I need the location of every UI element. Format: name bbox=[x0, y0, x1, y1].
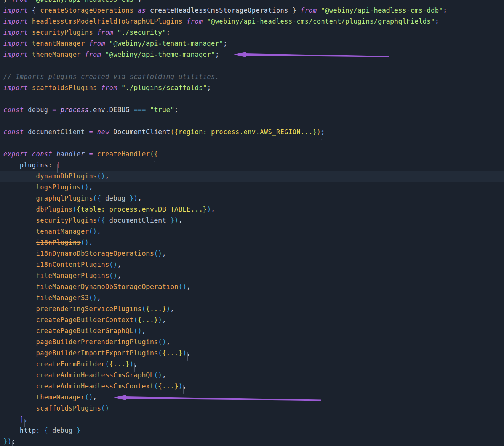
code-line-35[interactable]: createAdminHeadlessCmsContext({...}), bbox=[3, 381, 502, 392]
code-token bbox=[3, 228, 36, 235]
code-line-27[interactable]: fileManagerS3(), bbox=[3, 292, 502, 303]
code-line-34[interactable]: createAdminHeadlessCmsGraphQL(), bbox=[3, 370, 502, 381]
code-line-18[interactable]: graphqlPlugins({ debug }), bbox=[3, 193, 502, 204]
code-line-8[interactable]: import scaffoldsPlugins from "./plugins/… bbox=[3, 82, 502, 93]
code-token bbox=[114, 29, 118, 36]
code-line-12[interactable]: const documentClient = new DocumentClien… bbox=[3, 127, 502, 138]
code-line-22[interactable]: i18nPlugins(), bbox=[3, 237, 502, 248]
code-editor: } from "@webiny/api-headless-cms";import… bbox=[0, 0, 504, 446]
code-line-31[interactable]: pageBuilderPrerenderingPlugins(), bbox=[3, 337, 502, 348]
code-line-14[interactable]: export const handler = createHandler({ bbox=[3, 149, 502, 160]
code-token: , bbox=[162, 371, 166, 379]
code-token bbox=[3, 360, 36, 368]
code-token bbox=[146, 6, 150, 14]
code-token bbox=[48, 427, 53, 434]
code-token bbox=[28, 150, 32, 158]
code-token: () bbox=[97, 172, 105, 180]
code-line-20[interactable]: securityPlugins({ documentClient }), bbox=[3, 215, 502, 226]
code-token bbox=[3, 183, 36, 191]
code-token: pageBuilderPrerenderingPlugins bbox=[36, 338, 158, 346]
code-line-6[interactable] bbox=[3, 60, 502, 71]
code-token: fileManagerDynamoDbStorageOperation bbox=[36, 283, 178, 290]
code-token: = bbox=[89, 128, 93, 136]
code-line-23[interactable]: i18nDynamoDbStorageOperations(), bbox=[3, 248, 502, 259]
code-token: process bbox=[61, 106, 89, 114]
code-line-current[interactable]: dynamoDbPlugins(), bbox=[3, 171, 502, 182]
code-token bbox=[105, 217, 109, 224]
code-token: tenantManager bbox=[32, 40, 85, 47]
code-line-30[interactable]: createPageBuilderGraphQL(), bbox=[3, 326, 502, 337]
code-line-21[interactable]: tenantManager(), bbox=[3, 226, 502, 237]
code-token: createHandler bbox=[97, 150, 150, 158]
code-line-7[interactable]: // Imports plugins created via scaffoldi… bbox=[3, 71, 502, 82]
code-token bbox=[3, 305, 36, 313]
fold-marker-icon[interactable] bbox=[57, 164, 58, 173]
fold-marker-icon[interactable] bbox=[24, 419, 25, 427]
code-token: "true" bbox=[150, 106, 174, 114]
code-token: securityPlugins bbox=[32, 29, 93, 36]
code-token: i18nDynamoDbStorageOperations bbox=[36, 250, 154, 257]
fold-marker-icon[interactable] bbox=[211, 209, 212, 217]
code-token: ( bbox=[170, 128, 174, 136]
code-line-17[interactable]: logsPlugins(), bbox=[3, 182, 502, 193]
code-line-37[interactable]: scaffoldsPlugins() bbox=[3, 403, 502, 414]
fold-marker-icon[interactable] bbox=[183, 385, 184, 394]
code-token: createStorageOperations bbox=[40, 6, 134, 14]
code-token bbox=[203, 18, 207, 25]
code-line-25[interactable]: fileManagerPlugins(), bbox=[3, 270, 502, 281]
code-token bbox=[3, 327, 36, 335]
code-line-26[interactable]: fileManagerDynamoDbStorageOperation(), bbox=[3, 281, 502, 292]
code-token: "@webiny/api-headless-cms" bbox=[32, 0, 138, 3]
code-token: i18nContentPlugins bbox=[36, 261, 109, 268]
code-token bbox=[28, 18, 32, 25]
code-token bbox=[134, 6, 138, 14]
code-token bbox=[97, 84, 101, 91]
code-token: () bbox=[178, 283, 186, 290]
code-token bbox=[93, 150, 97, 158]
code-line-1[interactable]: import { createStorageOperations as crea… bbox=[3, 5, 502, 16]
code-token: ({ bbox=[97, 217, 105, 224]
code-token bbox=[3, 172, 36, 180]
code-line-15[interactable]: plugins: [ bbox=[3, 160, 502, 171]
code-token: , bbox=[117, 261, 122, 268]
code-token: from bbox=[85, 51, 101, 58]
code-line-3[interactable]: import securityPlugins from "./security"… bbox=[3, 27, 502, 38]
code-line-13[interactable] bbox=[3, 138, 502, 149]
code-line-33[interactable]: createFormBuilder({...}), bbox=[3, 359, 502, 370]
code-line-32[interactable]: pageBuilderImportExportPlugins({...}), bbox=[3, 348, 502, 359]
code-token: } bbox=[3, 0, 11, 3]
fold-marker-icon[interactable] bbox=[134, 363, 135, 372]
code-area[interactable]: } from "@webiny/api-headless-cms";import… bbox=[3, 0, 502, 446]
code-token bbox=[166, 217, 170, 224]
code-token: , bbox=[117, 272, 122, 279]
fold-marker-icon[interactable] bbox=[171, 308, 171, 316]
code-line-9[interactable] bbox=[3, 93, 502, 104]
code-token: {...} bbox=[138, 316, 158, 324]
code-line-40[interactable]: }); bbox=[3, 436, 502, 446]
code-token: , bbox=[97, 228, 101, 235]
code-token: documentClient bbox=[109, 217, 166, 224]
fold-marker-icon[interactable] bbox=[187, 352, 188, 361]
code-token: ({ bbox=[93, 194, 101, 202]
code-line-11[interactable] bbox=[3, 116, 502, 127]
code-line-28[interactable]: prerenderingServicePlugins({...}), bbox=[3, 303, 502, 314]
code-token bbox=[3, 294, 36, 302]
code-line-38[interactable]: ], bbox=[3, 414, 502, 425]
code-line-24[interactable]: i18nContentPlugins(), bbox=[3, 259, 502, 270]
code-token bbox=[24, 128, 28, 136]
code-line-2[interactable]: import headlessCmsModelFieldToGraphQLPlu… bbox=[3, 16, 502, 27]
code-token: }) bbox=[130, 194, 138, 202]
code-line-29[interactable]: createPageBuilderContext({...}), bbox=[3, 314, 502, 326]
code-line-0[interactable]: } from "@webiny/api-headless-cms"; bbox=[3, 0, 502, 5]
fold-marker-icon[interactable] bbox=[154, 153, 155, 162]
code-line-10[interactable]: const debug = process.env.DEBUG === "tru… bbox=[3, 104, 502, 116]
code-line-19[interactable]: dbPlugins({table: process.env.DB_TABLE..… bbox=[3, 204, 502, 215]
fold-marker-icon[interactable] bbox=[321, 131, 322, 140]
code-token: ( bbox=[105, 360, 109, 368]
fold-marker-icon[interactable] bbox=[12, 441, 13, 446]
code-token: .env.DEBUG bbox=[89, 106, 134, 114]
code-token bbox=[101, 194, 105, 202]
code-line-39[interactable]: http: { debug } bbox=[3, 425, 502, 436]
code-line-4[interactable]: import tenantManager from "@webiny/api-t… bbox=[3, 38, 502, 49]
code-token: const bbox=[3, 128, 24, 136]
